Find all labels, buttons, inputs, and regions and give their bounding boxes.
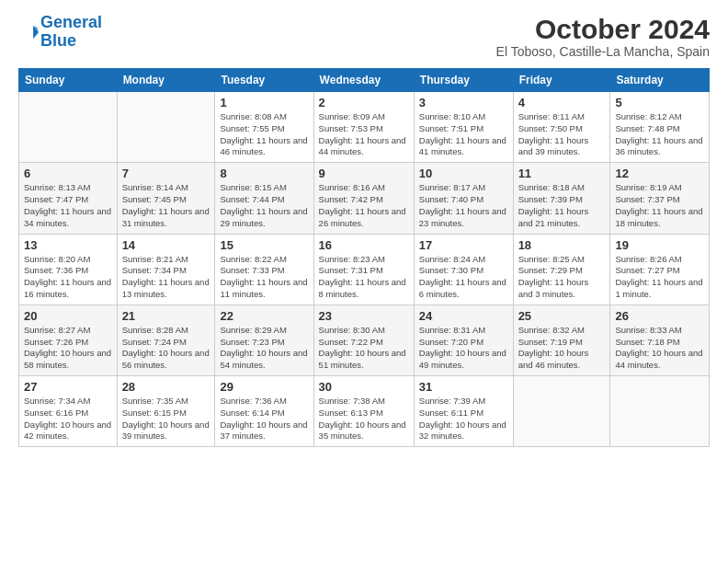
- day-info: Sunrise: 8:28 AMSunset: 7:24 PMDaylight:…: [122, 325, 210, 372]
- calendar-header: Sunday Monday Tuesday Wednesday Thursday…: [19, 69, 710, 92]
- day-info: Sunrise: 8:18 AMSunset: 7:39 PMDaylight:…: [518, 182, 606, 229]
- calendar-week-1: 1Sunrise: 8:08 AMSunset: 7:55 PMDaylight…: [19, 92, 710, 163]
- table-row: 4Sunrise: 8:11 AMSunset: 7:50 PMDaylight…: [513, 92, 610, 163]
- table-row: [19, 92, 118, 163]
- day-info: Sunrise: 8:31 AMSunset: 7:20 PMDaylight:…: [419, 325, 508, 372]
- main-title: October 2024: [496, 14, 710, 44]
- day-info: Sunrise: 7:35 AMSunset: 6:15 PMDaylight:…: [122, 396, 210, 442]
- day-number: 8: [220, 167, 308, 180]
- col-tuesday: Tuesday: [215, 69, 313, 92]
- day-number: 6: [24, 167, 112, 180]
- table-row: 16Sunrise: 8:23 AMSunset: 7:31 PMDayligh…: [313, 234, 414, 304]
- table-row: 28Sunrise: 7:35 AMSunset: 6:15 PMDayligh…: [117, 376, 215, 447]
- day-number: 13: [24, 238, 112, 252]
- table-row: [117, 92, 215, 163]
- day-info: Sunrise: 8:22 AMSunset: 7:33 PMDaylight:…: [220, 254, 308, 301]
- table-row: 5Sunrise: 8:12 AMSunset: 7:48 PMDaylight…: [610, 92, 710, 163]
- table-row: 10Sunrise: 8:17 AMSunset: 7:40 PMDayligh…: [414, 163, 513, 234]
- table-row: 21Sunrise: 8:28 AMSunset: 7:24 PMDayligh…: [117, 304, 215, 375]
- col-saturday: Saturday: [610, 69, 710, 92]
- day-number: 29: [220, 380, 308, 394]
- day-number: 19: [615, 238, 704, 252]
- table-row: 11Sunrise: 8:18 AMSunset: 7:39 PMDayligh…: [513, 163, 610, 234]
- day-info: Sunrise: 8:12 AMSunset: 7:48 PMDaylight:…: [615, 111, 704, 158]
- day-info: Sunrise: 7:36 AMSunset: 6:14 PMDaylight:…: [220, 396, 308, 442]
- logo-blue: Blue: [40, 32, 102, 51]
- day-info: Sunrise: 8:26 AMSunset: 7:27 PMDaylight:…: [615, 254, 704, 301]
- day-info: Sunrise: 8:30 AMSunset: 7:22 PMDaylight:…: [319, 325, 409, 372]
- day-number: 25: [518, 309, 606, 323]
- day-info: Sunrise: 8:14 AMSunset: 7:45 PMDaylight:…: [122, 182, 210, 229]
- day-info: Sunrise: 8:15 AMSunset: 7:44 PMDaylight:…: [220, 182, 308, 229]
- day-number: 30: [319, 380, 409, 394]
- day-number: 28: [122, 380, 210, 394]
- day-number: 10: [419, 167, 508, 180]
- day-info: Sunrise: 8:24 AMSunset: 7:30 PMDaylight:…: [419, 254, 508, 301]
- table-row: 20Sunrise: 8:27 AMSunset: 7:26 PMDayligh…: [19, 304, 118, 375]
- day-number: 12: [615, 167, 704, 180]
- day-info: Sunrise: 8:13 AMSunset: 7:47 PMDaylight:…: [24, 182, 112, 229]
- logo-icon: [18, 22, 39, 42]
- table-row: 3Sunrise: 8:10 AMSunset: 7:51 PMDaylight…: [414, 92, 513, 163]
- day-info: Sunrise: 8:11 AMSunset: 7:50 PMDaylight:…: [518, 111, 606, 158]
- table-row: 23Sunrise: 8:30 AMSunset: 7:22 PMDayligh…: [313, 304, 414, 375]
- table-row: 18Sunrise: 8:25 AMSunset: 7:29 PMDayligh…: [513, 234, 610, 304]
- day-number: 31: [419, 380, 508, 394]
- day-number: 15: [220, 238, 308, 252]
- table-row: 29Sunrise: 7:36 AMSunset: 6:14 PMDayligh…: [215, 376, 313, 447]
- subtitle: El Toboso, Castille-La Mancha, Spain: [496, 44, 710, 59]
- day-info: Sunrise: 8:08 AMSunset: 7:55 PMDaylight:…: [220, 111, 308, 158]
- logo-text: General Blue: [40, 14, 102, 51]
- table-row: 30Sunrise: 7:38 AMSunset: 6:13 PMDayligh…: [313, 376, 414, 447]
- table-row: 13Sunrise: 8:20 AMSunset: 7:36 PMDayligh…: [19, 234, 118, 304]
- col-sunday: Sunday: [19, 69, 118, 92]
- day-info: Sunrise: 8:32 AMSunset: 7:19 PMDaylight:…: [518, 325, 606, 372]
- table-row: 24Sunrise: 8:31 AMSunset: 7:20 PMDayligh…: [414, 304, 513, 375]
- logo: General Blue: [18, 14, 102, 51]
- table-row: 22Sunrise: 8:29 AMSunset: 7:23 PMDayligh…: [215, 304, 313, 375]
- table-row: 26Sunrise: 8:33 AMSunset: 7:18 PMDayligh…: [610, 304, 710, 375]
- day-number: 4: [518, 96, 606, 109]
- table-row: [610, 376, 710, 447]
- day-info: Sunrise: 8:19 AMSunset: 7:37 PMDaylight:…: [615, 182, 704, 229]
- day-info: Sunrise: 8:33 AMSunset: 7:18 PMDaylight:…: [615, 325, 704, 372]
- table-row: 19Sunrise: 8:26 AMSunset: 7:27 PMDayligh…: [610, 234, 710, 304]
- day-info: Sunrise: 8:09 AMSunset: 7:53 PMDaylight:…: [319, 111, 409, 158]
- day-number: 5: [615, 96, 704, 109]
- table-row: 6Sunrise: 8:13 AMSunset: 7:47 PMDaylight…: [19, 163, 118, 234]
- day-info: Sunrise: 7:38 AMSunset: 6:13 PMDaylight:…: [319, 396, 409, 442]
- title-block: October 2024 El Toboso, Castille-La Manc…: [496, 14, 710, 59]
- page: General Blue October 2024 El Toboso, Cas…: [0, 0, 728, 563]
- calendar-week-5: 27Sunrise: 7:34 AMSunset: 6:16 PMDayligh…: [19, 376, 710, 447]
- day-info: Sunrise: 8:23 AMSunset: 7:31 PMDaylight:…: [319, 254, 409, 301]
- col-monday: Monday: [117, 69, 215, 92]
- day-number: 17: [419, 238, 508, 252]
- table-row: 2Sunrise: 8:09 AMSunset: 7:53 PMDaylight…: [313, 92, 414, 163]
- day-number: 26: [615, 309, 704, 323]
- day-info: Sunrise: 8:25 AMSunset: 7:29 PMDaylight:…: [518, 254, 606, 301]
- calendar-body: 1Sunrise: 8:08 AMSunset: 7:55 PMDaylight…: [19, 92, 710, 447]
- day-info: Sunrise: 8:29 AMSunset: 7:23 PMDaylight:…: [220, 325, 308, 372]
- calendar-week-3: 13Sunrise: 8:20 AMSunset: 7:36 PMDayligh…: [19, 234, 710, 304]
- day-info: Sunrise: 8:17 AMSunset: 7:40 PMDaylight:…: [419, 182, 508, 229]
- day-number: 9: [319, 167, 409, 180]
- day-number: 7: [122, 167, 210, 180]
- day-number: 20: [24, 309, 112, 323]
- logo-general: General: [40, 13, 102, 31]
- header: General Blue October 2024 El Toboso, Cas…: [18, 14, 710, 59]
- day-info: Sunrise: 8:21 AMSunset: 7:34 PMDaylight:…: [122, 254, 210, 301]
- day-info: Sunrise: 8:16 AMSunset: 7:42 PMDaylight:…: [319, 182, 409, 229]
- table-row: 7Sunrise: 8:14 AMSunset: 7:45 PMDaylight…: [117, 163, 215, 234]
- day-number: 22: [220, 309, 308, 323]
- day-number: 14: [122, 238, 210, 252]
- calendar: Sunday Monday Tuesday Wednesday Thursday…: [18, 68, 710, 447]
- day-number: 21: [122, 309, 210, 323]
- table-row: 14Sunrise: 8:21 AMSunset: 7:34 PMDayligh…: [117, 234, 215, 304]
- table-row: 12Sunrise: 8:19 AMSunset: 7:37 PMDayligh…: [610, 163, 710, 234]
- day-number: 11: [518, 167, 606, 180]
- col-friday: Friday: [513, 69, 610, 92]
- calendar-week-4: 20Sunrise: 8:27 AMSunset: 7:26 PMDayligh…: [19, 304, 710, 375]
- day-info: Sunrise: 8:20 AMSunset: 7:36 PMDaylight:…: [24, 254, 112, 301]
- day-number: 23: [319, 309, 409, 323]
- table-row: 15Sunrise: 8:22 AMSunset: 7:33 PMDayligh…: [215, 234, 313, 304]
